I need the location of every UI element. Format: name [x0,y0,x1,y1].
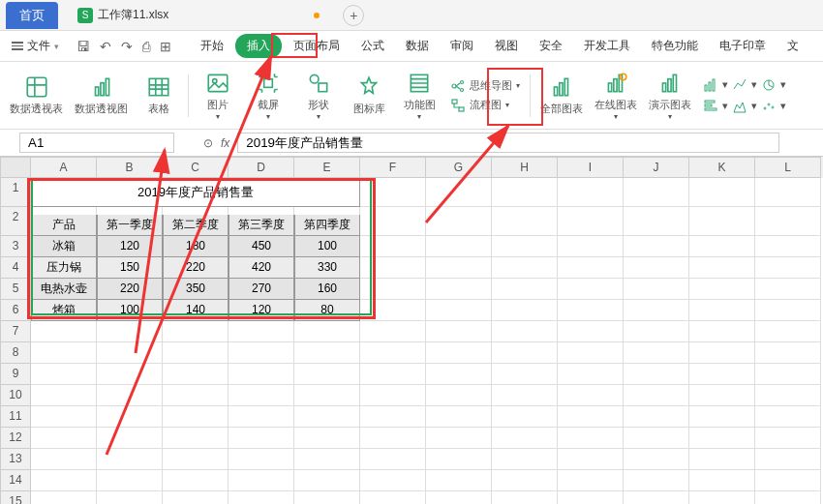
table-cell[interactable]: 压力锅 [31,257,97,279]
row-header-10[interactable]: 10 [0,385,31,406]
cell[interactable] [624,257,689,279]
cell[interactable] [294,491,360,504]
table-cell[interactable]: 420 [229,257,294,279]
col-header-H[interactable]: H [492,157,558,178]
cell[interactable] [755,449,821,470]
col-header-B[interactable]: B [97,157,163,178]
cell[interactable] [558,178,624,207]
select-all-corner[interactable] [0,157,31,178]
table-header-cell[interactable]: 第三季度 [229,215,294,236]
cell[interactable] [163,385,229,406]
cell[interactable] [426,406,492,428]
cell[interactable] [558,236,624,257]
cell[interactable] [624,470,689,491]
cell[interactable] [492,178,558,207]
col-header-G[interactable]: G [426,157,492,178]
row-header-12[interactable]: 12 [0,428,31,449]
row-header-13[interactable]: 13 [0,449,31,470]
cell[interactable] [689,491,755,504]
cell[interactable] [689,279,755,300]
cell[interactable] [426,470,492,491]
cell[interactable] [492,342,558,364]
cell[interactable] [492,279,558,300]
cell[interactable] [689,236,755,257]
cell[interactable] [624,364,689,385]
flowchart-button[interactable]: 流程图▾ [450,98,520,113]
cell[interactable] [689,385,755,406]
cell[interactable] [229,470,294,491]
print-icon[interactable]: ⎙ [140,37,152,56]
cell[interactable] [426,300,492,321]
table-cell[interactable]: 120 [97,236,163,257]
cell[interactable] [360,406,426,428]
table-cell[interactable]: 电热水壶 [31,279,97,300]
menu-开始[interactable]: 开始 [191,34,233,58]
table-cell[interactable]: 160 [294,279,360,300]
cell[interactable] [97,342,163,364]
cell[interactable] [624,236,689,257]
cell[interactable] [624,449,689,470]
table-cell[interactable]: 350 [163,279,229,300]
cell[interactable] [689,342,755,364]
row-header-1[interactable]: 1 [0,178,31,207]
cell[interactable] [31,342,97,364]
cell[interactable] [31,406,97,428]
cell[interactable] [163,470,229,491]
table-cell[interactable]: 180 [163,236,229,257]
online-chart-button[interactable]: 在线图表▾ [591,67,641,125]
cell[interactable] [426,178,492,207]
cell[interactable] [624,385,689,406]
cell[interactable] [97,428,163,449]
cell[interactable] [360,428,426,449]
table-cell[interactable]: 120 [229,300,294,321]
cell[interactable] [558,449,624,470]
table-cell[interactable]: 冰箱 [31,236,97,257]
table-cell[interactable]: 150 [97,257,163,279]
cell[interactable] [755,207,821,236]
cell[interactable] [558,470,624,491]
cell[interactable] [97,364,163,385]
cell[interactable] [689,207,755,236]
cell[interactable] [97,406,163,428]
picture-button[interactable]: 图片▾ [195,67,241,125]
cell[interactable] [492,207,558,236]
cell[interactable] [624,428,689,449]
cell[interactable] [624,342,689,364]
new-tab-button[interactable]: + [343,5,364,26]
cell[interactable] [163,449,229,470]
table-cell[interactable]: 220 [97,279,163,300]
row-header-15[interactable]: 15 [0,491,31,504]
cell[interactable] [97,491,163,504]
cell[interactable] [558,385,624,406]
cell[interactable] [97,385,163,406]
col-header-I[interactable]: I [558,157,624,178]
pivot-table-button[interactable]: 数据透视表 [6,67,67,125]
home-tab[interactable]: 首页 [6,2,58,29]
table-cell[interactable]: 220 [163,257,229,279]
cell[interactable] [755,406,821,428]
cell[interactable] [689,449,755,470]
all-charts-button[interactable]: 全部图表 [536,67,587,125]
table-cell[interactable]: 80 [294,300,360,321]
cell[interactable] [360,236,426,257]
cell[interactable] [755,178,821,207]
cell[interactable] [689,406,755,428]
table-cell[interactable]: 450 [229,236,294,257]
cell[interactable] [689,470,755,491]
cell[interactable] [360,491,426,504]
cell[interactable] [229,428,294,449]
cell[interactable] [294,364,360,385]
cell[interactable] [755,491,821,504]
cell[interactable] [163,342,229,364]
table-button[interactable]: 表格 [136,67,182,125]
row-header-5[interactable]: 5 [0,279,31,300]
cell[interactable] [689,300,755,321]
menu-页面布局[interactable]: 页面布局 [284,34,350,58]
cell[interactable] [558,342,624,364]
col-header-K[interactable]: K [689,157,755,178]
cell[interactable] [426,449,492,470]
cell[interactable] [492,406,558,428]
cell[interactable] [426,207,492,236]
cell[interactable] [229,406,294,428]
demo-chart-button[interactable]: 演示图表▾ [645,67,695,125]
